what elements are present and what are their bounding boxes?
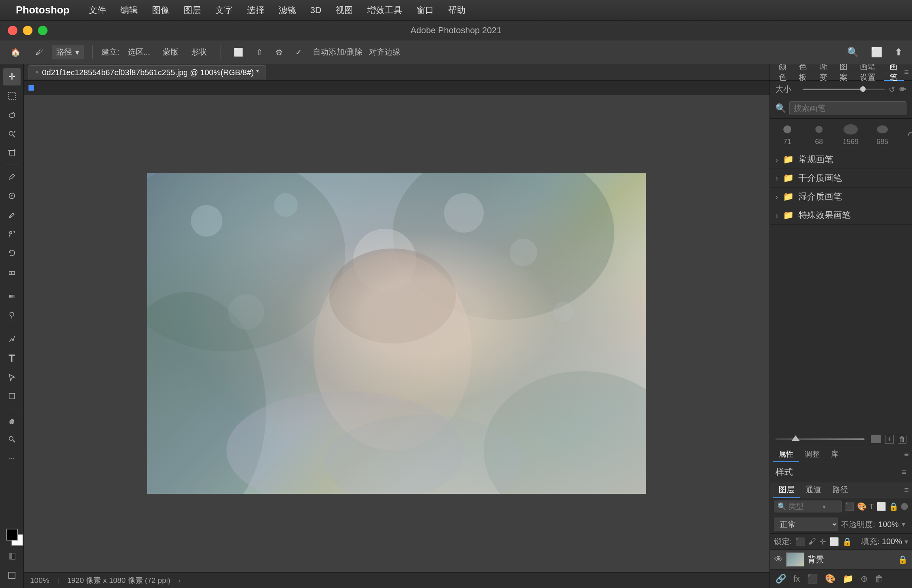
marquee-tool[interactable] bbox=[3, 87, 21, 104]
lock-artboard[interactable]: ⬜ bbox=[829, 537, 839, 546]
screen-mode-icon[interactable]: ⬜ bbox=[868, 45, 886, 59]
brush-group-wet[interactable]: › 📁 湿介质画笔 bbox=[770, 188, 912, 206]
tab-swatches[interactable]: 色板 bbox=[793, 64, 813, 81]
dodge-tool[interactable] bbox=[3, 306, 21, 324]
shape-tool[interactable] bbox=[3, 387, 21, 405]
new-group-icon[interactable]: 📁 bbox=[841, 572, 855, 586]
path-combine-button[interactable]: ⬜ bbox=[229, 46, 248, 59]
canvas-container[interactable] bbox=[24, 95, 770, 572]
history-brush-tool[interactable] bbox=[3, 244, 21, 262]
search-icon[interactable]: 🔍 bbox=[844, 45, 862, 59]
path-check-button[interactable]: ✓ bbox=[291, 46, 306, 59]
menu-select[interactable]: 选择 bbox=[240, 0, 272, 21]
delete-layer-icon[interactable]: 🗑 bbox=[873, 572, 885, 586]
status-arrow[interactable]: › bbox=[178, 576, 180, 585]
close-button[interactable] bbox=[8, 26, 17, 35]
eyedropper-tool[interactable] bbox=[3, 168, 21, 186]
layer-mask-icon[interactable]: ⬛ bbox=[806, 572, 819, 586]
hand-tool[interactable] bbox=[3, 412, 21, 429]
brush-preset-4[interactable]: 685 bbox=[870, 123, 894, 146]
path-align-button[interactable]: ⇧ bbox=[252, 46, 267, 59]
menu-window[interactable]: 窗口 bbox=[409, 0, 441, 21]
pen-tool[interactable] bbox=[3, 330, 21, 348]
move-tool[interactable]: ✛ bbox=[3, 68, 21, 85]
path-settings-button[interactable]: ⚙ bbox=[271, 46, 287, 59]
selection-button[interactable]: 选区... bbox=[124, 45, 155, 59]
zoom-tool[interactable] bbox=[3, 431, 21, 448]
screen-mode-toggle[interactable] bbox=[3, 567, 21, 584]
brush-preset-1[interactable]: 71 bbox=[775, 123, 799, 146]
document-tab[interactable]: × 0d21f1ec128554b67cf03f87b561c255.jpg @… bbox=[28, 65, 266, 80]
clone-tool[interactable] bbox=[3, 225, 21, 243]
brush-preset-5[interactable] bbox=[902, 127, 912, 142]
pen-mode-button[interactable]: 🖊 bbox=[31, 46, 48, 59]
foreground-color[interactable] bbox=[6, 529, 18, 541]
panel-menu-icon[interactable]: ≡ bbox=[904, 68, 909, 77]
tab-adjustments[interactable]: 调整 bbox=[799, 447, 825, 462]
brush-reset-icon[interactable]: ↺ bbox=[889, 85, 895, 94]
gradient-tool[interactable] bbox=[3, 287, 21, 305]
menu-filter[interactable]: 滤镜 bbox=[272, 0, 303, 21]
lock-transparency[interactable]: ⬛ bbox=[795, 537, 805, 546]
lock-all[interactable]: 🔒 bbox=[842, 537, 852, 546]
shape-button[interactable]: 形状 bbox=[187, 45, 211, 59]
brush-preset-2[interactable]: 68 bbox=[807, 123, 831, 146]
path-select-tool[interactable] bbox=[3, 368, 21, 386]
mask-button[interactable]: 蒙版 bbox=[158, 45, 183, 59]
tab-layers[interactable]: 图层 bbox=[773, 482, 800, 498]
layers-search-input[interactable] bbox=[788, 502, 820, 511]
share-icon[interactable]: ⬆ bbox=[891, 45, 906, 59]
brush-tool[interactable] bbox=[3, 206, 21, 224]
add-brush-icon[interactable]: + bbox=[885, 435, 894, 444]
tab-channels[interactable]: 通道 bbox=[800, 482, 827, 498]
menu-image[interactable]: 图像 bbox=[145, 0, 177, 21]
lock-position[interactable]: ✛ bbox=[819, 537, 826, 546]
layer-effects-icon[interactable]: fx bbox=[792, 572, 802, 586]
tab-brush[interactable]: 画笔 bbox=[884, 64, 904, 81]
delete-brush-icon[interactable]: 🗑 bbox=[898, 435, 906, 444]
minimize-button[interactable] bbox=[23, 26, 32, 35]
search-dropdown-icon[interactable]: ▾ bbox=[823, 503, 826, 510]
menu-view[interactable]: 视图 bbox=[329, 0, 360, 21]
tab-color[interactable]: 颜色 bbox=[773, 64, 793, 81]
layer-filter-pixel[interactable]: ⬛ bbox=[845, 502, 855, 511]
layer-filter-smart[interactable]: 🔒 bbox=[889, 502, 899, 511]
app-name[interactable]: Photoshop bbox=[16, 4, 70, 16]
brush-group-regular[interactable]: › 📁 常规画笔 bbox=[770, 150, 912, 169]
fill-dropdown-icon[interactable]: ▾ bbox=[904, 537, 908, 546]
more-tools[interactable]: ··· bbox=[3, 450, 21, 467]
brush-size-slider[interactable] bbox=[803, 89, 885, 90]
brush-group-special[interactable]: › 📁 特殊效果画笔 bbox=[770, 206, 912, 225]
lock-pixels[interactable]: 🖌 bbox=[808, 537, 816, 546]
layer-visibility-icon[interactable]: 👁 bbox=[774, 554, 783, 565]
link-layers-icon[interactable]: 🔗 bbox=[774, 572, 788, 586]
menu-layer[interactable]: 图层 bbox=[177, 0, 208, 21]
tab-paths[interactable]: 路径 bbox=[827, 482, 854, 498]
lasso-tool[interactable] bbox=[3, 106, 21, 123]
menu-help[interactable]: 帮助 bbox=[441, 0, 473, 21]
layers-menu-icon[interactable]: ≡ bbox=[904, 486, 909, 495]
pen-mode-dropdown[interactable]: 路径 ▾ bbox=[52, 45, 84, 59]
quick-select-tool[interactable] bbox=[3, 125, 21, 142]
brush-preset-3[interactable]: 1569 bbox=[839, 123, 863, 146]
brush-group-dry[interactable]: › 📁 千介质画笔 bbox=[770, 169, 912, 188]
crop-tool[interactable] bbox=[3, 144, 21, 161]
tab-close-icon[interactable]: × bbox=[35, 69, 39, 76]
layer-filter-adjust[interactable]: 🎨 bbox=[857, 502, 867, 511]
quick-mask-toggle[interactable] bbox=[3, 548, 21, 565]
brush-edit-icon[interactable]: ✏ bbox=[899, 84, 906, 95]
layer-filter-toggle[interactable] bbox=[901, 503, 908, 510]
spot-heal-tool[interactable] bbox=[3, 187, 21, 205]
opacity-arrow[interactable]: ▾ bbox=[902, 520, 905, 529]
type-tool[interactable]: T bbox=[3, 349, 21, 367]
style-menu-icon[interactable]: ≡ bbox=[902, 468, 906, 477]
attr-panel-menu[interactable]: ≡ bbox=[904, 450, 909, 459]
layer-filter-shape[interactable]: ⬜ bbox=[876, 502, 886, 511]
menu-3d[interactable]: 3D bbox=[303, 0, 329, 21]
layer-background[interactable]: 👁 背景 🔒 bbox=[770, 550, 912, 569]
tab-properties[interactable]: 属性 bbox=[773, 447, 799, 462]
maximize-button[interactable] bbox=[38, 26, 48, 35]
menu-edit[interactable]: 编辑 bbox=[113, 0, 145, 21]
menu-text[interactable]: 文字 bbox=[208, 0, 240, 21]
menu-plugins[interactable]: 增效工具 bbox=[360, 0, 409, 21]
